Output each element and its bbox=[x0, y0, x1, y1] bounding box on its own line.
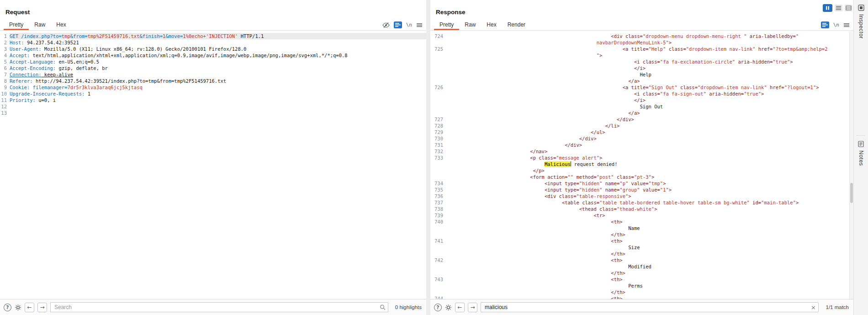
code-line: 10Upgrade-Insecure-Requests: 1 bbox=[0, 91, 426, 97]
tab-request-raw[interactable]: Raw bbox=[29, 20, 51, 30]
line-number bbox=[430, 251, 443, 257]
response-search-bar: ? ← → × 1/1 match bbox=[430, 299, 853, 315]
notes-icon bbox=[858, 141, 864, 147]
prev-match-button[interactable]: ← bbox=[455, 303, 465, 312]
code-line: navbarDropdownMenuLink-5"> bbox=[430, 39, 849, 46]
line-number: 736 bbox=[430, 193, 443, 199]
line-number: 734 bbox=[430, 180, 443, 187]
request-search-input[interactable] bbox=[50, 302, 388, 312]
code-line: 733 <p class="message alert"> bbox=[430, 155, 849, 161]
line-number bbox=[430, 263, 443, 270]
line-number: 738 bbox=[430, 206, 443, 212]
response-tab-row: Pretty Raw Hex Render \n bbox=[430, 19, 853, 31]
layout-split-icon[interactable] bbox=[845, 5, 852, 11]
code-line: </th> bbox=[430, 289, 849, 295]
code-line: 734 <input type="hidden" name="p" value=… bbox=[430, 180, 849, 187]
line-number: 731 bbox=[430, 142, 443, 148]
line-number: 6 bbox=[0, 65, 7, 71]
code-line: 725 <a title="Help" class="dropdown-item… bbox=[430, 46, 849, 52]
code-line: 732 </nav> bbox=[430, 148, 849, 155]
settings-gear-icon[interactable] bbox=[15, 304, 21, 311]
line-number: 743 bbox=[430, 276, 443, 283]
code-line: </th> bbox=[430, 270, 849, 276]
request-editor[interactable]: 1GET /index.php?to=tmp&from=tmp%2F514597… bbox=[0, 31, 426, 299]
code-line: 8Referer: http://94.237.54.42:39521/inde… bbox=[0, 78, 426, 84]
tab-request-pretty[interactable]: Pretty bbox=[4, 20, 29, 30]
code-line: Sign Out bbox=[430, 103, 849, 110]
line-number: 729 bbox=[430, 129, 443, 135]
response-editor[interactable]: 724 <div class="dropdown-menu dropdown-m… bbox=[430, 31, 849, 299]
code-line: 3User-Agent: Mozilla/5.0 (X11; Linux x86… bbox=[0, 46, 426, 52]
code-line: Help bbox=[430, 71, 849, 78]
prev-match-button[interactable]: ← bbox=[25, 303, 34, 312]
menu-icon[interactable] bbox=[843, 22, 850, 28]
match-count: 1/1 match bbox=[826, 304, 849, 310]
newline-toggle-icon[interactable]: \n bbox=[833, 22, 839, 28]
line-number bbox=[430, 225, 443, 231]
line-number: 728 bbox=[430, 123, 443, 129]
tab-response-raw[interactable]: Raw bbox=[459, 20, 481, 30]
request-tab-row: Pretty Raw Hex \n bbox=[0, 19, 426, 31]
line-number: 739 bbox=[430, 212, 443, 219]
tab-response-hex[interactable]: Hex bbox=[481, 20, 502, 30]
next-match-button[interactable]: → bbox=[468, 303, 477, 312]
request-panel: Request Pretty Raw Hex \n 1GET /index.ph… bbox=[0, 0, 426, 315]
code-line: <form action="" method="post" class="pt-… bbox=[430, 174, 849, 180]
syntax-highlight-icon[interactable] bbox=[821, 21, 829, 28]
hide-eye-icon[interactable] bbox=[382, 22, 390, 28]
code-line: Size bbox=[430, 244, 849, 251]
line-number bbox=[430, 39, 443, 46]
code-line: 724 <div class="dropdown-menu dropdown-m… bbox=[430, 33, 849, 39]
panel-divider[interactable] bbox=[426, 0, 430, 315]
tab-request-hex[interactable]: Hex bbox=[51, 20, 71, 30]
line-number: 11 bbox=[0, 97, 7, 103]
line-number: 4 bbox=[0, 52, 7, 59]
line-number: 740 bbox=[430, 219, 443, 225]
code-line: 729 </ul> bbox=[430, 129, 849, 135]
code-line: </a> bbox=[430, 78, 849, 84]
response-scrollbar[interactable] bbox=[849, 31, 853, 299]
code-line: 744 <th> bbox=[430, 295, 849, 299]
sidebar-item-notes[interactable]: Notes bbox=[854, 141, 868, 166]
line-number bbox=[430, 59, 443, 65]
line-number: 2 bbox=[0, 39, 7, 46]
tab-response-pretty[interactable]: Pretty bbox=[434, 20, 459, 30]
code-line: Modified bbox=[430, 263, 849, 270]
settings-gear-icon[interactable] bbox=[445, 304, 452, 311]
tab-response-render[interactable]: Render bbox=[502, 20, 531, 30]
code-line: 731 </div> bbox=[430, 142, 849, 148]
code-line: </i> bbox=[430, 65, 849, 71]
line-number bbox=[430, 71, 443, 78]
clear-search-icon[interactable]: × bbox=[811, 304, 816, 310]
line-number: 13 bbox=[0, 110, 7, 116]
line-number bbox=[430, 110, 443, 116]
line-number: 732 bbox=[430, 148, 443, 155]
newline-toggle-icon[interactable]: \n bbox=[406, 22, 412, 28]
line-number: 726 bbox=[430, 84, 443, 91]
code-line: 13 bbox=[0, 110, 426, 116]
line-number: 3 bbox=[0, 46, 7, 52]
help-icon[interactable]: ? bbox=[4, 304, 11, 311]
line-number bbox=[430, 103, 443, 110]
request-view-icons: \n bbox=[382, 21, 426, 28]
syntax-highlight-icon[interactable] bbox=[394, 21, 402, 28]
line-number bbox=[430, 167, 443, 174]
code-line: 6Accept-Encoding: gzip, deflate, br bbox=[0, 65, 426, 71]
help-icon[interactable]: ? bbox=[434, 304, 442, 311]
next-match-button[interactable]: → bbox=[37, 303, 47, 312]
menu-icon[interactable] bbox=[416, 22, 423, 28]
code-line: 1GET /index.php?to=tmp&from=tmp%2F514597… bbox=[0, 33, 426, 39]
line-number bbox=[430, 244, 443, 251]
code-line: 4Accept: text/html,application/xhtml+xml… bbox=[0, 52, 426, 59]
response-search-input[interactable] bbox=[481, 302, 819, 312]
highlight-count: 0 highlights bbox=[395, 304, 422, 310]
sidebar-item-inspector[interactable]: Inspector bbox=[854, 5, 868, 39]
layout-rows-icon[interactable] bbox=[835, 5, 842, 11]
line-number bbox=[430, 270, 443, 276]
line-number bbox=[430, 97, 443, 103]
line-number: 727 bbox=[430, 116, 443, 123]
code-line: 5Accept-Language: en-US,en;q=0.5 bbox=[0, 59, 426, 65]
pause-intercept-button[interactable] bbox=[823, 4, 832, 12]
scrollbar-thumb[interactable] bbox=[850, 183, 853, 203]
line-number: 737 bbox=[430, 199, 443, 206]
